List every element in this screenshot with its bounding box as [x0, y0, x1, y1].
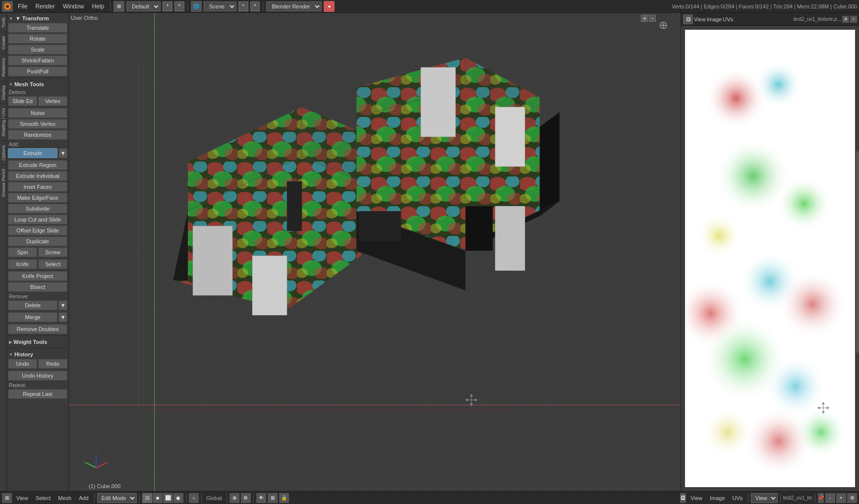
repeat-last-btn[interactable]: Repeat Last [8, 389, 67, 399]
extrude-region-btn[interactable]: Extrude Region [8, 160, 67, 170]
tab-grease-pencil[interactable]: Grease Pencil [0, 165, 6, 201]
select-menu-bottom[interactable]: Select [33, 494, 54, 502]
tab-shading[interactable]: Shading / UVs [0, 104, 6, 141]
mesh-svg [69, 13, 681, 491]
shrink-fatten-btn[interactable]: Shrink/Fatten [8, 56, 67, 65]
viewport-icon[interactable]: ⊞ [2, 493, 12, 503]
smooth-vertex-btn[interactable]: Smooth Vertex [8, 119, 67, 129]
screw-btn[interactable]: Screw [38, 247, 67, 257]
add-menu-bottom[interactable]: Add [76, 494, 92, 502]
tab-options[interactable]: Options [0, 141, 6, 165]
tab-create[interactable]: Create [0, 32, 6, 54]
scene-dropdown[interactable]: Scene [204, 1, 236, 11]
uvs-menu-right[interactable]: UVs [723, 16, 733, 22]
texture-icon[interactable]: ⬜ [163, 493, 173, 503]
vertex-btn[interactable]: Vertex [38, 96, 67, 106]
mesh-menu-bottom[interactable]: Mesh [55, 494, 74, 502]
make-edge-face-btn[interactable]: Make Edge/Face [8, 193, 67, 203]
merge-btn[interactable]: Merge [8, 312, 57, 322]
subdivide-btn[interactable]: Subdivide [8, 204, 67, 214]
render-preview-icon[interactable]: ◉ [173, 493, 183, 503]
render-engine-dropdown[interactable]: Blender Render [266, 1, 322, 11]
loop-cut-slide-btn[interactable]: Loop Cut and Slide [8, 215, 67, 224]
duplicate-btn[interactable]: Duplicate [8, 236, 67, 246]
layer-icon[interactable]: ⊞ [268, 493, 278, 503]
bisect-btn[interactable]: Bisect [8, 282, 67, 292]
render-icon[interactable]: ● [324, 1, 335, 12]
undo-history-btn[interactable]: Undo History [8, 371, 67, 381]
weight-tools-header[interactable]: ▶ Weight Tools [8, 337, 67, 346]
add-layout-btn[interactable]: + [163, 1, 172, 11]
blender-icon[interactable] [2, 1, 13, 12]
mesh-tools-header[interactable]: ▼ Mesh Tools [8, 80, 67, 89]
image-menu-right[interactable]: Image [707, 16, 722, 22]
image-icon[interactable]: 🖼 [683, 14, 693, 24]
remove-doubles-btn[interactable]: Remove Doubles [8, 324, 67, 334]
show-hide-icon[interactable]: 👁 [256, 493, 266, 503]
redo-btn[interactable]: Redo [38, 359, 67, 369]
sep3 [186, 494, 186, 503]
image-editor-icon[interactable]: 🖼 [680, 493, 686, 503]
extrude-btn[interactable]: Extrude [8, 148, 57, 158]
view-menu-bottom[interactable]: View [13, 494, 31, 502]
menu-file[interactable]: File [15, 2, 30, 11]
delete-btn[interactable]: Delete [8, 300, 57, 310]
delete-arrow-btn[interactable]: ▼ [58, 300, 67, 310]
menu-render[interactable]: Render [32, 2, 57, 11]
spin-screw-row: Spin Screw [8, 247, 67, 258]
img-mode-select[interactable]: View [751, 493, 778, 503]
img-view-menu[interactable]: View [687, 494, 705, 502]
spin-btn[interactable]: Spin [8, 247, 37, 257]
img-uvs-menu[interactable]: UVs [730, 494, 746, 502]
tab-tools[interactable]: Tools [0, 13, 6, 32]
svg-rect-13 [252, 256, 287, 315]
layout-dropdown[interactable]: Default [126, 1, 161, 11]
wireframe-icon[interactable]: ⊡ [142, 493, 152, 503]
view-close-btn[interactable]: × [649, 15, 656, 22]
snap-settings-icon[interactable]: ⚙ [241, 493, 251, 503]
view-menu-right[interactable]: View [694, 16, 706, 22]
offset-edge-slide-btn[interactable]: Offset Edge Slide [8, 225, 67, 235]
tab-display[interactable]: Display [0, 81, 6, 104]
undo-btn[interactable]: Undo [8, 359, 37, 369]
mode-select[interactable]: Edit Mode [97, 493, 137, 503]
tab-relations[interactable]: Relations [0, 54, 6, 81]
noise-btn[interactable]: Noise [8, 108, 67, 118]
solid-icon[interactable]: ■ [153, 493, 163, 503]
lock-icon[interactable]: 🔒 [279, 493, 289, 503]
menu-help[interactable]: Help [89, 2, 107, 11]
extrude-arrow-btn[interactable]: ▼ [58, 148, 67, 158]
img-image-menu[interactable]: Image [707, 494, 728, 502]
viewport-header: User Ortho [71, 15, 98, 21]
transform-section-header[interactable]: ▼ ▼ Transform [8, 14, 67, 23]
pushpull-btn[interactable]: PushPull [8, 66, 67, 76]
img-zoom-in-icon[interactable]: + [836, 493, 846, 503]
scale-btn[interactable]: Scale [8, 45, 67, 55]
add-scene-btn[interactable]: + [238, 1, 248, 11]
remove-layout-btn[interactable]: × [174, 1, 184, 11]
knife-project-btn[interactable]: Knife Project [8, 271, 67, 281]
merge-arrow-btn[interactable]: ▼ [58, 312, 67, 322]
translate-btn[interactable]: Translate [8, 23, 67, 33]
extrude-individual-btn[interactable]: Extrude Individual [8, 171, 67, 181]
randomize-btn[interactable]: Randomize [8, 130, 67, 140]
menu-window[interactable]: Window [60, 2, 87, 11]
snap-icon[interactable]: ⊕ [229, 493, 239, 503]
select-btn[interactable]: Select [38, 259, 67, 269]
img-zoom-out-icon[interactable]: - [825, 493, 835, 503]
slide-ed-btn[interactable]: Slide Ed [8, 96, 37, 106]
viewport-3d[interactable]: User Ortho [69, 13, 681, 491]
divider2 [8, 336, 67, 336]
knife-btn[interactable]: Knife [8, 259, 37, 269]
scene-icon[interactable]: 🌐 [191, 1, 202, 12]
view-maximize-btn[interactable]: ⊞ [641, 15, 648, 22]
inset-faces-btn[interactable]: Inset Faces [8, 182, 67, 192]
layout-icon[interactable]: ⊞ [114, 1, 124, 12]
rotate-btn[interactable]: Rotate [8, 34, 67, 44]
right-maximize-btn[interactable]: ⊞ [842, 16, 849, 23]
img-pin-icon[interactable]: 📌 [818, 493, 824, 503]
navigation-widget[interactable]: ⊕ [656, 18, 671, 33]
proportional-edit-icon[interactable]: ○ [189, 493, 199, 503]
history-section-header[interactable]: ▼ History [8, 350, 67, 359]
remove-scene-btn[interactable]: × [250, 1, 260, 11]
